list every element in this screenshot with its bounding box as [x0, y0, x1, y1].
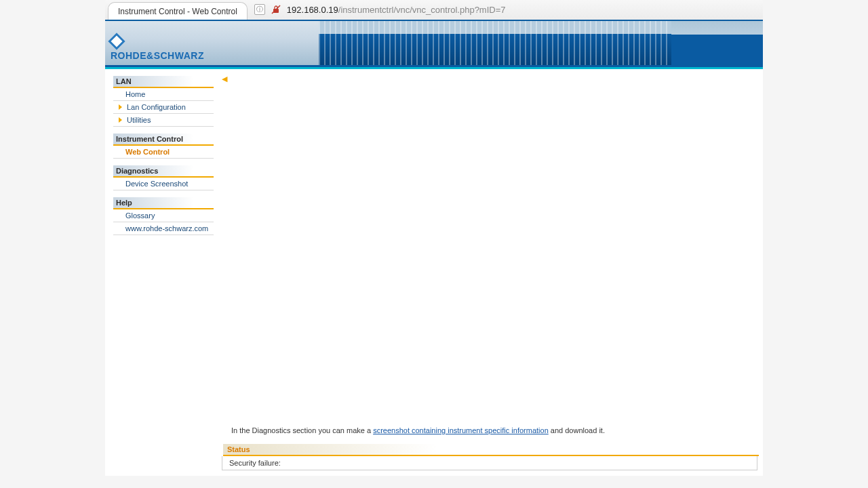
sidebar-group-lan: LAN	[113, 76, 214, 88]
sidebar-item-label: Utilities	[127, 116, 151, 124]
url-path: /instrumentctrl/vnc/vnc_control.php?mID=…	[338, 5, 506, 15]
sidebar-item-utilities[interactable]: Utilities	[113, 114, 214, 127]
logo: ROHDE&SCHWARZ	[111, 35, 204, 61]
browser-chrome: Instrument Control - Web Control ⓘ 192.1…	[105, 0, 763, 21]
logo-diamond-icon	[108, 33, 125, 49]
browser-tab[interactable]: Instrument Control - Web Control	[108, 2, 248, 20]
collapse-sidebar-icon[interactable]: ◀	[222, 75, 227, 83]
sidebar-item-rohde-schwarz-link[interactable]: www.rohde-schwarz.com	[113, 222, 214, 235]
sidebar-group-diagnostics: Diagnostics	[113, 165, 214, 178]
vnc-viewport-placeholder	[222, 87, 757, 424]
sidebar: LAN Home Lan Configuration Utilities Ins…	[105, 69, 219, 476]
status-message: Security failure:	[222, 456, 757, 470]
sidebar-item-label: Glossary	[125, 211, 155, 220]
sidebar-item-label: Home	[125, 90, 145, 98]
sidebar-item-home[interactable]: Home	[113, 88, 214, 101]
sidebar-item-web-control[interactable]: Web Control	[113, 146, 214, 159]
sidebar-item-label: Lan Configuration	[127, 103, 186, 111]
main-layout: LAN Home Lan Configuration Utilities Ins…	[105, 69, 763, 476]
address-bar[interactable]: ⓘ 192.168.0.19/instrumentctrl/vnc/vnc_co…	[254, 2, 763, 20]
sidebar-item-device-screenshot[interactable]: Device Screenshot	[113, 178, 214, 190]
logo-text: ROHDE&SCHWARZ	[111, 50, 204, 61]
diag-note-prefix: In the Diagnostics section you can make …	[231, 426, 373, 434]
info-icon[interactable]: ⓘ	[254, 4, 265, 15]
url-host: 192.168.0.19	[287, 5, 338, 15]
sidebar-item-label: Web Control	[125, 148, 170, 156]
banner-left: ROHDE&SCHWARZ	[105, 21, 319, 65]
page: ROHDE&SCHWARZ LAN Home Lan Configuration…	[105, 21, 763, 476]
sidebar-item-glossary[interactable]: Glossary	[113, 209, 214, 222]
insecure-lock-icon	[271, 4, 281, 15]
content-area: ◀ In the Diagnostics section you can mak…	[219, 69, 763, 476]
url-text: 192.168.0.19/instrumentctrl/vnc/vnc_cont…	[287, 5, 506, 15]
sidebar-item-lan-configuration[interactable]: Lan Configuration	[113, 101, 214, 114]
sidebar-group-help: Help	[113, 197, 214, 209]
sidebar-item-label: www.rohde-schwarz.com	[125, 224, 208, 232]
tab-title: Instrument Control - Web Control	[118, 7, 237, 16]
sidebar-group-instrument-control: Instrument Control	[113, 134, 214, 146]
diagnostics-note: In the Diagnostics section you can make …	[231, 426, 757, 434]
sidebar-item-label: Device Screenshot	[125, 180, 188, 188]
status-header: Status	[223, 444, 759, 456]
banner-decoration	[319, 21, 671, 65]
diag-note-suffix: and download it.	[549, 426, 605, 434]
diag-note-link[interactable]: screenshot containing instrument specifi…	[373, 426, 549, 434]
header-banner: ROHDE&SCHWARZ	[105, 21, 763, 69]
